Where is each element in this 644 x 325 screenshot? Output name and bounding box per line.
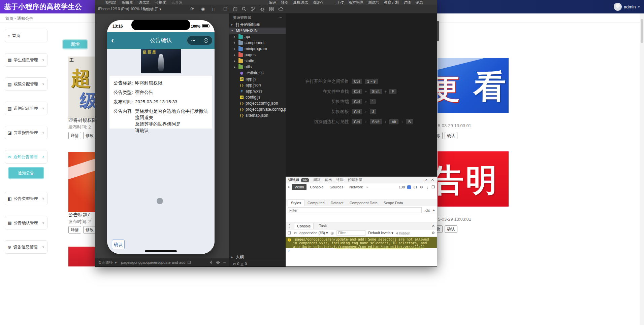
tab-dataset[interactable]: Dataset: [328, 200, 347, 206]
eye-icon[interactable]: [216, 260, 220, 264]
tab-computed[interactable]: Computed: [304, 200, 328, 206]
styles-filter-input[interactable]: [288, 207, 422, 213]
sidebar-item-gate-records[interactable]: ▥ 道闸记录管理 ∨: [5, 102, 47, 115]
eye-icon[interactable]: ◎: [331, 231, 334, 235]
close-icon[interactable]: ✕: [432, 224, 435, 228]
menu-compile[interactable]: 编译: [269, 0, 276, 5]
add-button[interactable]: 新增: [62, 39, 88, 49]
sidebar-subitem-notice-list[interactable]: 通知公告: [8, 167, 44, 179]
menu-simulator[interactable]: 模拟器: [105, 0, 117, 5]
tab-component-data[interactable]: Component Data: [347, 200, 381, 206]
menu-editor[interactable]: 编辑器: [122, 0, 133, 5]
tab-debugger[interactable]: 调试器137: [288, 177, 309, 182]
open-editors-row[interactable]: ▸ 打开的编辑器: [229, 22, 286, 28]
capsule-close-target[interactable]: [200, 38, 213, 43]
tree-file-app-wxss[interactable]: # app.wxss: [229, 88, 286, 94]
tab-wxml[interactable]: Wxml: [292, 184, 307, 190]
tree-folder-pages[interactable]: ▸ pages: [229, 52, 286, 58]
tab-terminal[interactable]: 终端: [336, 177, 344, 182]
console-prompt[interactable]: ›: [286, 248, 437, 253]
grid-icon[interactable]: [269, 6, 274, 12]
console-filter-input[interactable]: [336, 230, 365, 236]
menu-details[interactable]: 详情: [404, 0, 411, 5]
menu-visualization[interactable]: 可视化: [155, 0, 166, 5]
more-icon[interactable]: ⋯: [223, 260, 226, 265]
outline-row[interactable]: ▸ 大纲: [229, 254, 286, 260]
menu-upload[interactable]: 上传: [336, 0, 344, 5]
add-style-icon[interactable]: +: [433, 208, 435, 212]
dock-icon[interactable]: ❐: [431, 185, 435, 189]
tab-scope-data[interactable]: Scope Data: [381, 200, 406, 206]
sidebar-item-permissions[interactable]: ▤ 权限分配管理 ∨: [5, 77, 47, 91]
multi-device-icon[interactable]: ❐: [223, 6, 227, 11]
menu-test-account[interactable]: 测试号: [368, 0, 379, 5]
tree-file-app-json[interactable]: {} app.json: [229, 82, 286, 88]
tab-network[interactable]: Network: [347, 184, 365, 190]
tab-task[interactable]: Task: [316, 223, 329, 228]
clear-console-icon[interactable]: ⊘: [294, 231, 297, 235]
user-menu[interactable]: admin ∨: [614, 3, 640, 11]
device-selector[interactable]: iPhone 12/13 (Pro) 100% 16 ▾: [98, 7, 148, 11]
log-level-selector[interactable]: Default levels ▾: [368, 231, 393, 235]
menu-cloud[interactable]: 云开发: [171, 0, 183, 5]
confirm-button[interactable]: 确认: [445, 132, 457, 139]
gear-icon[interactable]: ⚙: [431, 231, 435, 235]
tab-console-panel[interactable]: Console: [294, 223, 314, 229]
sidebar-item-notice-confirm[interactable]: ▩ 公告确认管理 ∨: [5, 216, 47, 229]
tree-folder-utils[interactable]: ▸ utils: [229, 64, 286, 70]
edit-button[interactable]: 修改: [83, 226, 96, 233]
more-tabs-icon[interactable]: »: [366, 185, 368, 189]
files-icon[interactable]: [232, 6, 238, 12]
tab-console[interactable]: Console: [307, 184, 326, 190]
frames-icon[interactable]: ❏: [288, 231, 291, 235]
more-icon[interactable]: ⋯: [279, 15, 282, 20]
record-icon[interactable]: ◉: [201, 6, 205, 11]
tree-file-sitemap[interactable]: {} sitemap.json: [229, 112, 286, 118]
sidebar-item-home[interactable]: ⌂ 首页: [5, 29, 47, 42]
tree-file-project-config[interactable]: {} project.config.json: [229, 100, 286, 106]
page-scrollbar-thumb[interactable]: [641, 19, 643, 43]
caret-down-icon[interactable]: ▾: [115, 260, 117, 265]
menu-debugger[interactable]: 调试器: [138, 0, 150, 5]
capsule-menu[interactable]: •••: [187, 36, 213, 45]
sidebar-item-devices[interactable]: ⊕ 设备信息管理 ∨: [5, 240, 47, 254]
tree-folder-api[interactable]: ▸ api: [229, 34, 286, 40]
tab-output[interactable]: 输出: [325, 177, 332, 182]
inspect-icon[interactable]: ⌖: [288, 185, 290, 189]
collapse-icon[interactable]: ∧: [425, 178, 428, 182]
tab-code-quality[interactable]: 代码质量: [348, 177, 362, 182]
close-icon[interactable]: ✕: [431, 178, 434, 182]
lightning-icon[interactable]: [209, 260, 213, 264]
back-icon[interactable]: ‹: [111, 36, 114, 44]
confirm-button[interactable]: 确认: [445, 225, 457, 233]
tab-problems[interactable]: 问题: [313, 177, 321, 182]
tab-sources[interactable]: Sources: [327, 184, 346, 190]
tab-styles[interactable]: Styles: [288, 200, 304, 206]
menu-clear-cache[interactable]: 清缓存: [313, 0, 324, 5]
cloud-icon[interactable]: [278, 6, 284, 12]
edit-button[interactable]: 修改: [83, 132, 96, 139]
sidebar-item-abnormal-reports[interactable]: ◪ 异常报告管理 ∨: [5, 126, 47, 139]
refresh-icon[interactable]: ⟳: [190, 6, 194, 11]
hot-reload-toggle[interactable]: 热启动 开 ▾: [142, 7, 161, 12]
errors-icon[interactable]: ⊘: [233, 262, 236, 266]
tree-file-app-js[interactable]: JS app.js: [229, 76, 286, 82]
tree-file-project-private-config[interactable]: {} project.private.config.js...: [229, 106, 286, 112]
issue-count[interactable]: 31: [413, 185, 417, 189]
more-dots-icon[interactable]: •••: [187, 39, 200, 42]
debug-icon[interactable]: [260, 6, 265, 12]
page-scrollbar[interactable]: [640, 13, 644, 325]
kebab-icon[interactable]: ⋮: [288, 224, 291, 228]
tree-folder-static[interactable]: ▸ static: [229, 58, 286, 64]
menu-preview[interactable]: 预览: [281, 0, 288, 5]
menu-remote-debug[interactable]: 真机调试: [293, 0, 308, 5]
sidebar-item-notice-types[interactable]: ◧ 公告类型管理 ∨: [5, 192, 47, 205]
search-icon[interactable]: [242, 6, 247, 12]
warning-count[interactable]: 138: [399, 185, 405, 189]
gear-icon[interactable]: ⚙: [420, 185, 423, 189]
menu-messages[interactable]: 消息: [416, 0, 423, 5]
menu-version[interactable]: 版本管理: [349, 0, 363, 5]
sidebar-item-notices[interactable]: ✉ 通知公告管理 ∧: [5, 150, 47, 164]
tree-folder-component[interactable]: ▸ component: [229, 40, 286, 46]
tree-root[interactable]: ▾ MP-WEIXIN: [229, 28, 286, 34]
